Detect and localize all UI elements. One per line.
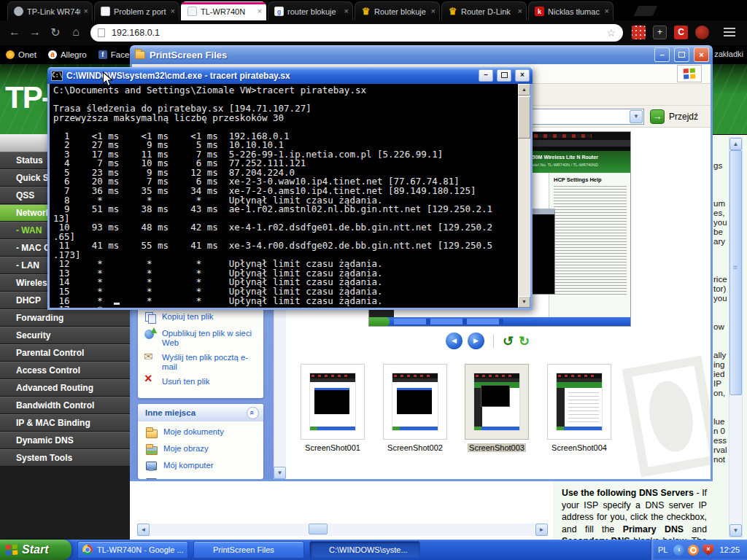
desktop-screen: TP-Link WR740 × Problem z port × TL-WR74…	[0, 0, 747, 560]
scroll-up-icon[interactable]: ▲	[729, 138, 742, 150]
extension-grid-icon[interactable]	[632, 26, 646, 39]
hide-icons-chevron-icon[interactable]: ‹	[673, 545, 684, 556]
file-thumbnail[interactable]: ScreenShot003	[465, 364, 529, 452]
router-menu-item[interactable]: Security	[0, 327, 130, 344]
address-bar[interactable]: 192.168.0.1 ☆	[90, 24, 623, 42]
scroll-track[interactable]	[150, 524, 535, 536]
file-name[interactable]: ScreenShot002	[383, 443, 447, 452]
tab-close-icon[interactable]: ×	[518, 7, 522, 15]
cmd-scrollbar[interactable]: ▲ ▼	[518, 84, 530, 308]
taskbar-button-icon	[198, 545, 209, 554]
bookmark-item[interactable]: Onet	[6, 50, 36, 59]
browser-tab[interactable]: ♛ Router D-Link ×	[441, 1, 527, 20]
cmd-line: przewyższa maksymalną liczbę przeskoków …	[53, 114, 516, 123]
tab-close-icon[interactable]: ×	[84, 7, 88, 15]
tab-favicon-icon: g	[274, 7, 284, 16]
explorer-titlebar[interactable]: PrintScreen Files – ×	[130, 45, 713, 64]
router-menu-item[interactable]: System Tools	[0, 449, 130, 467]
tab-close-icon[interactable]: ×	[344, 7, 349, 15]
cmd-line: C:\Documents and Settings\Ziomale VW>tra…	[53, 86, 516, 96]
router-menu-item[interactable]: Bandwidth Control	[0, 397, 130, 414]
dns-help-segment: Use the following DNS Servers	[562, 488, 694, 498]
thumbnail-frame[interactable]	[547, 364, 611, 440]
thumbnail-frame[interactable]	[465, 364, 529, 440]
scroll-up-icon[interactable]: ▲	[518, 84, 530, 96]
horizontal-scrollbar[interactable]: ◄ ►	[137, 524, 548, 536]
go-button[interactable]: →	[650, 109, 665, 124]
security-shield-icon[interactable]: ×	[703, 545, 713, 556]
language-indicator[interactable]: PL	[658, 545, 667, 554]
file-name[interactable]: ScreenShot001	[301, 443, 365, 452]
reload-icon[interactable]: ↻	[47, 26, 64, 39]
cmd-close-button[interactable]: ×	[515, 69, 530, 82]
bookmark-item[interactable]: f Face	[98, 50, 130, 59]
help-fragment-line: es,	[713, 209, 729, 218]
router-menu-item[interactable]: Dynamic DNS	[0, 432, 130, 449]
cmd-maximize-button[interactable]	[497, 69, 511, 82]
scroll-down-icon[interactable]: ▼	[729, 524, 742, 537]
tab-close-icon[interactable]: ×	[171, 7, 175, 15]
extension-circle-icon[interactable]	[695, 26, 709, 39]
taskbar-button[interactable]: PrintScreen Files	[193, 541, 304, 559]
browser-tab[interactable]: TL-WR740N ×	[181, 1, 266, 20]
router-menu-item[interactable]: Forwarding	[0, 309, 130, 327]
router-menu-item[interactable]: Access Control	[0, 362, 130, 379]
scroll-right-icon[interactable]: ►	[535, 524, 548, 536]
taskbar-buttons: TL-WR740N - Google ... PrintScreen Files…	[77, 540, 420, 560]
clock: 12:25	[719, 545, 740, 554]
help-fragment-line: rice	[713, 275, 729, 284]
cmd-titlebar[interactable]: C:\ C:\WINDOWS\system32\cmd.exe - tracer…	[47, 67, 533, 84]
explorer-minimize-button[interactable]: –	[654, 47, 670, 62]
browser-tab[interactable]: Problem z port ×	[94, 1, 179, 20]
browser-tab[interactable]: ♛ Router blokuje ×	[355, 1, 440, 20]
thumbnail-frame[interactable]	[383, 364, 447, 440]
extension-plus-icon[interactable]: +	[653, 26, 667, 39]
explorer-maximize-button[interactable]	[674, 47, 689, 62]
taskbar-button[interactable]: C:\WINDOWS\syste...	[309, 541, 420, 559]
menu-icon[interactable]	[724, 28, 735, 39]
bookmark-label: Onet	[18, 50, 36, 59]
combo-dropdown-icon[interactable]: ▼	[630, 110, 643, 123]
file-thumbnail[interactable]: ScreenShot001	[301, 364, 365, 452]
bookmark-item[interactable]: a Allegro	[48, 50, 87, 59]
tab-close-icon[interactable]: ×	[605, 7, 609, 15]
thumbnail-frame[interactable]	[301, 364, 365, 440]
back-icon[interactable]: ←	[6, 26, 23, 39]
forward-icon[interactable]: →	[26, 26, 44, 39]
start-label: Start	[22, 543, 48, 556]
tray-app-icon[interactable]	[688, 545, 699, 556]
explorer-title: PrintScreen Files	[150, 50, 650, 61]
explorer-close-button[interactable]: ×	[694, 47, 709, 62]
file-thumbnail[interactable]: ScreenShot004	[547, 364, 611, 452]
home-icon[interactable]: ⌂	[67, 26, 85, 39]
browser-tab[interactable]: k Nicklas tłumac ×	[528, 1, 614, 20]
file-name[interactable]: ScreenShot003	[465, 443, 529, 452]
help-pane-scrollbar[interactable]: ▲ ▼	[729, 137, 743, 537]
bookmark-star-icon[interactable]: ☆	[606, 27, 616, 39]
address-url[interactable]: 192.168.0.1	[112, 28, 160, 38]
scroll-down-icon[interactable]: ▼	[518, 296, 530, 308]
router-menu-item[interactable]: Parental Control	[0, 344, 130, 362]
scroll-thumb[interactable]	[729, 150, 742, 395]
browser-tab[interactable]: g router blokuje ×	[268, 1, 353, 20]
tab-close-icon[interactable]: ×	[431, 7, 436, 15]
extension-c-icon[interactable]: C	[674, 26, 688, 39]
router-menu-item[interactable]: Advanced Routing	[0, 379, 130, 397]
cmd-minimize-button[interactable]: –	[479, 69, 493, 82]
file-thumbnail[interactable]: ScreenShot002	[383, 364, 447, 452]
tab-title: Problem z port	[114, 7, 167, 16]
scroll-thumb[interactable]	[518, 96, 530, 139]
start-button[interactable]: Start	[0, 540, 71, 560]
router-menu-item[interactable]: IP & MAC Binding	[0, 414, 130, 432]
scroll-left-icon[interactable]: ◄	[137, 524, 150, 536]
go-button-label[interactable]: Przejdź	[669, 112, 698, 122]
tab-close-icon[interactable]: ×	[258, 7, 262, 15]
tab-favicon-icon	[14, 7, 23, 16]
taskbar-button[interactable]: TL-WR740N - Google ...	[77, 541, 188, 559]
bookmarks-right-label[interactable]: zakładki	[714, 50, 743, 58]
help-fragment-line: not	[713, 455, 729, 464]
browser-tab[interactable]: TP-Link WR740 ×	[7, 1, 93, 20]
scroll-thumb[interactable]	[309, 524, 328, 534]
help-fragment-line: n 0	[713, 427, 729, 436]
file-name[interactable]: ScreenShot004	[547, 443, 611, 452]
